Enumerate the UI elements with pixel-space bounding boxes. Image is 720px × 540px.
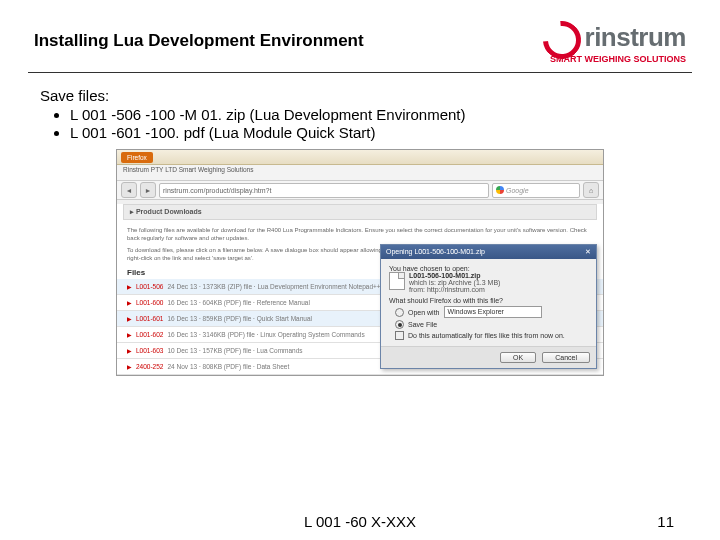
list-item: L 001 -601 -100. pdf (Lua Module Quick S… [70, 124, 680, 141]
page-title: Installing Lua Development Environment [34, 31, 364, 51]
file-link[interactable]: L001-601 [136, 315, 163, 322]
back-button[interactable]: ◄ [121, 182, 137, 198]
dialog-filename: L001-506-100-M01.zip [409, 272, 500, 279]
google-icon [496, 186, 504, 194]
open-with-select[interactable]: Windows Explorer [444, 306, 542, 318]
open-with-radio[interactable] [395, 308, 404, 317]
save-file-radio[interactable] [395, 320, 404, 329]
cancel-button[interactable]: Cancel [542, 352, 590, 363]
triangle-icon: ▶ [127, 363, 132, 370]
tab-bar[interactable]: Rinstrum PTY LTD Smart Weighing Solution… [117, 165, 603, 181]
close-icon[interactable]: ✕ [585, 245, 591, 259]
brand-logo: rinstrum SMART WEIGHING SOLUTIONS [543, 18, 686, 64]
dialog-filetype: which is: zip Archive (1.3 MB) [409, 279, 500, 286]
dialog-from: from: http://rinstrum.com [409, 286, 500, 293]
dialog-chosen-label: You have chosen to open: [389, 265, 588, 272]
browser-screenshot: Firefox Rinstrum PTY LTD Smart Weighing … [116, 149, 604, 376]
firefox-button[interactable]: Firefox [121, 152, 153, 163]
file-link[interactable]: 2400-252 [136, 363, 163, 370]
download-description-1: The following files are available for do… [117, 224, 603, 244]
search-field[interactable]: Google [492, 183, 580, 198]
triangle-icon: ▶ [127, 331, 132, 338]
open-with-label: Open with [408, 309, 440, 316]
logo-text: rinstrum [585, 22, 686, 53]
save-files-label: Save files: [40, 87, 680, 104]
remember-checkbox[interactable] [395, 331, 404, 340]
search-placeholder: Google [506, 184, 529, 197]
home-button[interactable]: ⌂ [583, 182, 599, 198]
file-link[interactable]: L001-603 [136, 347, 163, 354]
save-file-dialog: Opening L001-506-100-M01.zip ✕ You have … [380, 244, 597, 369]
save-file-label: Save File [408, 321, 437, 328]
remember-label: Do this automatically for files like thi… [408, 332, 565, 339]
file-desc: 16 Dec 13 · 604KB (PDF) file · Reference… [167, 299, 309, 306]
address-bar[interactable]: rinstrum.com/product/display.htm?t [159, 183, 489, 198]
file-link[interactable]: L001-600 [136, 299, 163, 306]
page-number: 11 [657, 513, 674, 530]
triangle-icon: ▶ [127, 315, 132, 322]
file-desc: 16 Dec 13 · 3146KB (PDF) file · Linux Op… [167, 331, 364, 338]
file-desc: 24 Nov 13 · 808KB (PDF) file · Data Shee… [167, 363, 289, 370]
triangle-icon: ▶ [127, 299, 132, 306]
save-files-list: L 001 -506 -100 -M 01. zip (Lua Developm… [70, 106, 680, 141]
ok-button[interactable]: OK [500, 352, 536, 363]
file-link[interactable]: L001-506 [136, 283, 163, 290]
file-desc: 10 Dec 13 · 157KB (PDF) file · Lua Comma… [167, 347, 302, 354]
section-product-downloads[interactable]: ▸ Product Downloads [123, 204, 597, 220]
file-desc: 16 Dec 13 · 859KB (PDF) file · Quick Sta… [167, 315, 312, 322]
forward-button[interactable]: ► [140, 182, 156, 198]
section-title: Product Downloads [136, 208, 202, 215]
footer-doc-id: L 001 -60 X-XXX [304, 513, 416, 530]
file-icon [389, 272, 405, 290]
triangle-icon: ▶ [127, 347, 132, 354]
dialog-title: Opening L001-506-100-M01.zip [386, 245, 485, 259]
triangle-icon: ▶ [127, 283, 132, 290]
list-item: L 001 -506 -100 -M 01. zip (Lua Developm… [70, 106, 680, 123]
file-desc: 24 Dec 13 · 1373KB (ZIP) file · Lua Deve… [167, 283, 415, 290]
file-link[interactable]: L001-602 [136, 331, 163, 338]
dialog-question: What should Firefox do with this file? [389, 297, 588, 304]
